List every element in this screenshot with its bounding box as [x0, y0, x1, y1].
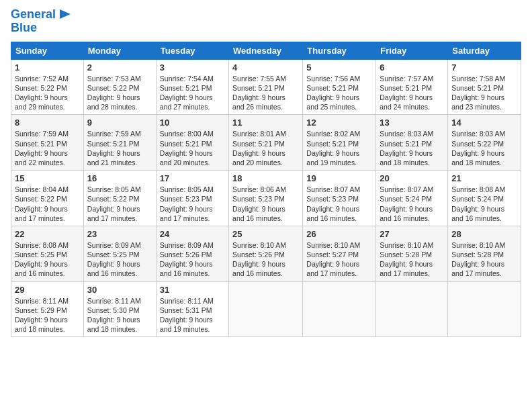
svg-marker-0	[60, 9, 71, 19]
day-info: Sunrise: 7:58 AMSunset: 5:21 PMDaylight:…	[451, 74, 517, 112]
calendar-cell: 4Sunrise: 7:55 AMSunset: 5:21 PMDaylight…	[229, 59, 303, 115]
day-info: Sunrise: 8:00 AMSunset: 5:21 PMDaylight:…	[160, 129, 225, 167]
day-number: 27	[380, 229, 444, 239]
day-number: 16	[87, 173, 152, 183]
day-info: Sunrise: 8:03 AMSunset: 5:22 PMDaylight:…	[451, 129, 517, 167]
calendar-cell: 16Sunrise: 8:05 AMSunset: 5:22 PMDayligh…	[83, 171, 156, 226]
day-info: Sunrise: 8:10 AMSunset: 5:27 PMDaylight:…	[306, 240, 372, 279]
day-info: Sunrise: 7:59 AMSunset: 5:21 PMDaylight:…	[87, 129, 152, 167]
calendar-header-sunday: Sunday	[11, 42, 84, 59]
day-info: Sunrise: 8:11 AMSunset: 5:31 PMDaylight:…	[160, 296, 225, 334]
day-number: 3	[160, 62, 225, 73]
calendar-cell: 18Sunrise: 8:06 AMSunset: 5:23 PMDayligh…	[229, 171, 303, 226]
day-number: 28	[451, 229, 517, 239]
day-number: 19	[306, 173, 372, 183]
day-number: 2	[87, 62, 152, 73]
calendar-cell: 21Sunrise: 8:08 AMSunset: 5:24 PMDayligh…	[448, 171, 521, 226]
day-number: 21	[451, 173, 517, 183]
day-number: 25	[232, 229, 299, 239]
logo-text: General	[11, 8, 56, 21]
logo-icon	[57, 7, 72, 21]
day-info: Sunrise: 7:54 AMSunset: 5:21 PMDaylight:…	[160, 74, 225, 112]
day-info: Sunrise: 7:53 AMSunset: 5:22 PMDaylight:…	[87, 74, 152, 112]
day-number: 15	[15, 173, 80, 183]
calendar-table: SundayMondayTuesdayWednesdayThursdayFrid…	[11, 42, 521, 337]
day-number: 10	[160, 118, 225, 128]
calendar-cell	[229, 281, 303, 337]
day-info: Sunrise: 8:08 AMSunset: 5:25 PMDaylight:…	[15, 240, 80, 279]
day-number: 18	[232, 173, 299, 183]
calendar-header-row: SundayMondayTuesdayWednesdayThursdayFrid…	[11, 42, 521, 59]
day-info: Sunrise: 8:08 AMSunset: 5:24 PMDaylight:…	[451, 185, 517, 223]
day-info: Sunrise: 8:06 AMSunset: 5:23 PMDaylight:…	[232, 185, 299, 223]
calendar-week-5: 29Sunrise: 8:11 AMSunset: 5:29 PMDayligh…	[11, 281, 521, 337]
calendar-cell: 7Sunrise: 7:58 AMSunset: 5:21 PMDaylight…	[448, 59, 521, 115]
calendar-header-friday: Friday	[376, 42, 448, 59]
calendar-header-saturday: Saturday	[448, 42, 521, 59]
day-info: Sunrise: 8:10 AMSunset: 5:28 PMDaylight:…	[451, 240, 517, 279]
day-info: Sunrise: 8:05 AMSunset: 5:23 PMDaylight:…	[160, 185, 225, 223]
day-number: 7	[451, 62, 517, 73]
calendar-cell: 13Sunrise: 8:03 AMSunset: 5:21 PMDayligh…	[376, 115, 448, 171]
calendar-cell: 10Sunrise: 8:00 AMSunset: 5:21 PMDayligh…	[156, 115, 228, 171]
day-info: Sunrise: 7:56 AMSunset: 5:21 PMDaylight:…	[306, 74, 372, 112]
calendar-cell: 6Sunrise: 7:57 AMSunset: 5:21 PMDaylight…	[376, 59, 448, 115]
header: General Blue	[11, 8, 521, 35]
calendar-week-1: 1Sunrise: 7:52 AMSunset: 5:22 PMDaylight…	[11, 59, 521, 115]
calendar-cell: 12Sunrise: 8:02 AMSunset: 5:21 PMDayligh…	[303, 115, 376, 171]
day-info: Sunrise: 8:11 AMSunset: 5:29 PMDaylight:…	[15, 296, 80, 334]
calendar-week-2: 8Sunrise: 7:59 AMSunset: 5:21 PMDaylight…	[11, 115, 521, 171]
day-number: 13	[380, 118, 444, 128]
day-info: Sunrise: 7:52 AMSunset: 5:22 PMDaylight:…	[15, 74, 80, 112]
calendar-cell: 14Sunrise: 8:03 AMSunset: 5:22 PMDayligh…	[448, 115, 521, 171]
calendar-header-wednesday: Wednesday	[229, 42, 303, 59]
day-number: 11	[232, 118, 299, 128]
calendar-header-thursday: Thursday	[303, 42, 376, 59]
day-info: Sunrise: 8:11 AMSunset: 5:30 PMDaylight:…	[87, 296, 152, 334]
day-number: 14	[451, 118, 517, 128]
calendar-header-monday: Monday	[83, 42, 156, 59]
day-info: Sunrise: 8:07 AMSunset: 5:24 PMDaylight:…	[380, 185, 444, 223]
day-number: 30	[87, 285, 152, 295]
calendar-cell: 9Sunrise: 7:59 AMSunset: 5:21 PMDaylight…	[83, 115, 156, 171]
day-info: Sunrise: 8:09 AMSunset: 5:26 PMDaylight:…	[160, 240, 225, 279]
day-info: Sunrise: 8:05 AMSunset: 5:22 PMDaylight:…	[87, 185, 152, 223]
day-number: 26	[306, 229, 372, 239]
calendar-week-4: 22Sunrise: 8:08 AMSunset: 5:25 PMDayligh…	[11, 226, 521, 281]
day-info: Sunrise: 8:02 AMSunset: 5:21 PMDaylight:…	[306, 129, 372, 167]
calendar-cell: 2Sunrise: 7:53 AMSunset: 5:22 PMDaylight…	[83, 59, 156, 115]
day-number: 29	[15, 285, 80, 295]
day-info: Sunrise: 7:55 AMSunset: 5:21 PMDaylight:…	[232, 74, 299, 112]
calendar-cell: 15Sunrise: 8:04 AMSunset: 5:22 PMDayligh…	[11, 171, 84, 226]
day-info: Sunrise: 8:10 AMSunset: 5:28 PMDaylight:…	[380, 240, 444, 279]
day-info: Sunrise: 7:57 AMSunset: 5:21 PMDaylight:…	[380, 74, 444, 112]
calendar-cell: 17Sunrise: 8:05 AMSunset: 5:23 PMDayligh…	[156, 171, 228, 226]
day-info: Sunrise: 8:10 AMSunset: 5:26 PMDaylight:…	[232, 240, 299, 279]
day-info: Sunrise: 8:03 AMSunset: 5:21 PMDaylight:…	[380, 129, 444, 167]
calendar-header-tuesday: Tuesday	[156, 42, 228, 59]
day-info: Sunrise: 8:07 AMSunset: 5:23 PMDaylight:…	[306, 185, 372, 223]
calendar-cell	[303, 281, 376, 337]
calendar-cell: 11Sunrise: 8:01 AMSunset: 5:21 PMDayligh…	[229, 115, 303, 171]
calendar-cell: 20Sunrise: 8:07 AMSunset: 5:24 PMDayligh…	[376, 171, 448, 226]
calendar-cell: 28Sunrise: 8:10 AMSunset: 5:28 PMDayligh…	[448, 226, 521, 281]
day-info: Sunrise: 8:09 AMSunset: 5:25 PMDaylight:…	[87, 240, 152, 279]
calendar-cell: 27Sunrise: 8:10 AMSunset: 5:28 PMDayligh…	[376, 226, 448, 281]
day-number: 24	[160, 229, 225, 239]
day-number: 20	[380, 173, 444, 183]
calendar-cell: 24Sunrise: 8:09 AMSunset: 5:26 PMDayligh…	[156, 226, 228, 281]
calendar-cell: 1Sunrise: 7:52 AMSunset: 5:22 PMDaylight…	[11, 59, 84, 115]
day-number: 5	[306, 62, 372, 73]
calendar-cell: 19Sunrise: 8:07 AMSunset: 5:23 PMDayligh…	[303, 171, 376, 226]
calendar-cell: 22Sunrise: 8:08 AMSunset: 5:25 PMDayligh…	[11, 226, 84, 281]
day-number: 8	[15, 118, 80, 128]
calendar-cell: 30Sunrise: 8:11 AMSunset: 5:30 PMDayligh…	[83, 281, 156, 337]
day-info: Sunrise: 8:04 AMSunset: 5:22 PMDaylight:…	[15, 185, 80, 223]
calendar-week-3: 15Sunrise: 8:04 AMSunset: 5:22 PMDayligh…	[11, 171, 521, 226]
day-number: 6	[380, 62, 444, 73]
calendar-cell: 29Sunrise: 8:11 AMSunset: 5:29 PMDayligh…	[11, 281, 84, 337]
day-number: 31	[160, 285, 225, 295]
day-number: 4	[232, 62, 299, 73]
day-number: 23	[87, 229, 152, 239]
logo-blue-text: Blue	[11, 21, 37, 34]
